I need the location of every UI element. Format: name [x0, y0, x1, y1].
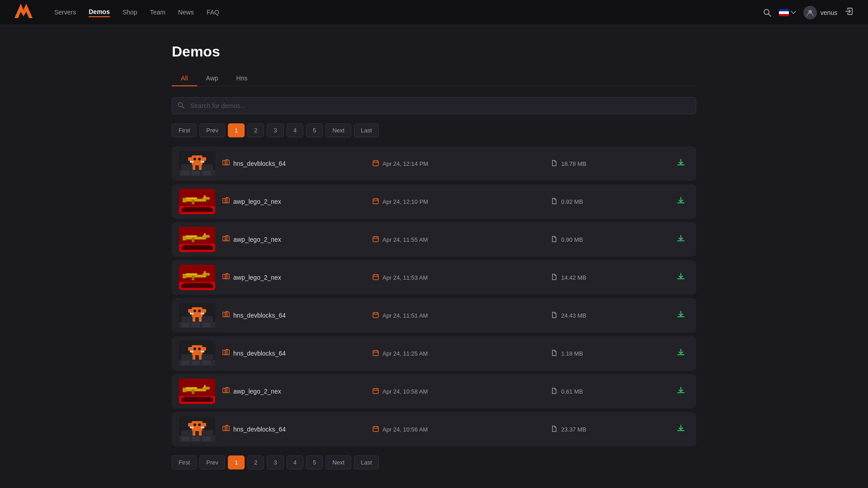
svg-rect-86 [190, 313, 193, 314]
svg-rect-32 [203, 197, 210, 200]
svg-point-110 [193, 347, 196, 350]
demo-date-text: Apr 24, 10:56 AM [382, 426, 428, 433]
svg-point-111 [198, 347, 201, 350]
map-icon [222, 197, 230, 206]
tab-hns[interactable]: Hns [227, 71, 257, 86]
svg-rect-132 [181, 398, 213, 402]
download-button[interactable] [673, 156, 689, 171]
demo-item[interactable]: awp_lego_2_nex Apr 24, 11:55 AM [172, 222, 696, 257]
page-btn-last[interactable]: Last [354, 455, 379, 469]
svg-rect-68 [192, 276, 194, 280]
page-btn-next[interactable]: Next [326, 123, 351, 137]
svg-rect-128 [204, 385, 206, 389]
svg-rect-67 [204, 271, 206, 275]
svg-rect-108 [190, 351, 193, 352]
download-button[interactable] [673, 422, 689, 437]
demo-size: 18.78 MB [551, 160, 665, 168]
page-btn-prev[interactable]: Prev [199, 455, 225, 469]
demo-thumbnail [179, 189, 215, 214]
demo-date: Apr 24, 12:10 PM [373, 198, 544, 206]
page-btn-prev[interactable]: Prev [199, 123, 225, 137]
page-btn-1[interactable]: 1 [228, 455, 245, 469]
svg-point-88 [193, 310, 196, 312]
page-btn-3[interactable]: 3 [267, 455, 283, 469]
svg-rect-107 [199, 355, 202, 360]
map-icon [222, 311, 230, 320]
svg-rect-131 [184, 397, 211, 398]
tab-awp[interactable]: Awp [197, 71, 227, 86]
demo-item[interactable]: awp_lego_2_nex Apr 24, 11:53 AM [172, 260, 696, 295]
nav-faq[interactable]: FAQ [207, 9, 219, 17]
svg-marker-96 [227, 311, 229, 317]
nav-links: Servers Demos Shop Team News FAQ [54, 8, 748, 17]
svg-rect-75 [373, 275, 378, 280]
page-btn-2[interactable]: 2 [247, 123, 264, 137]
demo-date: Apr 24, 10:56 AM [373, 426, 544, 433]
svg-rect-158 [373, 427, 378, 432]
demo-date-text: Apr 24, 10:58 AM [382, 388, 428, 395]
nav-news[interactable]: News [178, 9, 194, 17]
page-btn-first[interactable]: First [172, 123, 197, 137]
page-btn-last[interactable]: Last [354, 123, 379, 137]
demo-size-text: 18.78 MB [561, 160, 586, 167]
nav-team[interactable]: Team [150, 9, 165, 17]
page-btn-1[interactable]: 1 [228, 123, 245, 137]
page-btn-2[interactable]: 2 [247, 455, 264, 469]
demo-date-text: Apr 24, 11:25 AM [382, 350, 428, 357]
demo-size: 1.18 MB [551, 350, 665, 357]
search-icon [177, 102, 184, 110]
calendar-icon [373, 274, 379, 282]
svg-rect-115 [203, 361, 211, 365]
demo-item[interactable]: hns_devblocks_64 Apr 24, 11:51 AM [172, 298, 696, 333]
file-icon [551, 236, 557, 244]
demo-map-name: hns_devblocks_64 [233, 312, 286, 319]
svg-rect-133 [223, 388, 225, 393]
svg-rect-145 [193, 431, 195, 436]
demo-item[interactable]: hns_devblocks_64 Apr 24, 12:14 PM [172, 146, 696, 181]
download-button[interactable] [673, 346, 689, 361]
download-button[interactable] [673, 270, 689, 285]
calendar-icon [373, 350, 379, 357]
page-btn-next[interactable]: Next [326, 455, 351, 469]
logout-icon[interactable] [844, 7, 854, 18]
language-selector[interactable] [779, 9, 796, 16]
brand-logo[interactable] [14, 4, 33, 21]
demo-item[interactable]: awp_lego_2_nex Apr 24, 12:10 PM [172, 184, 696, 219]
svg-rect-93 [203, 323, 211, 327]
svg-rect-105 [202, 347, 206, 351]
nav-demos[interactable]: Demos [89, 8, 110, 17]
page-btn-3[interactable]: 3 [267, 123, 283, 137]
page-btn-5[interactable]: 5 [306, 455, 323, 469]
nav-servers[interactable]: Servers [54, 9, 76, 17]
navbar: Servers Demos Shop Team News FAQ [0, 0, 868, 25]
demo-item[interactable]: hns_devblocks_64 Apr 24, 10:56 AM [172, 412, 696, 446]
download-button[interactable] [673, 308, 689, 323]
nav-shop[interactable]: Shop [123, 9, 137, 17]
svg-point-89 [198, 310, 201, 312]
page-btn-4[interactable]: 4 [287, 455, 303, 469]
svg-rect-51 [192, 238, 194, 242]
tab-all[interactable]: All [172, 71, 197, 86]
search-input[interactable] [172, 97, 696, 114]
demo-map-name: awp_lego_2_nex [233, 198, 281, 205]
demo-name: hns_devblocks_64 [222, 425, 365, 434]
demo-item[interactable]: awp_lego_2_nex Apr 24, 10:58 AM [172, 374, 696, 408]
demo-date-text: Apr 24, 11:55 AM [382, 236, 428, 243]
user-area[interactable]: venus [803, 6, 837, 19]
svg-rect-18 [181, 171, 189, 175]
svg-rect-136 [373, 389, 378, 394]
username: venus [821, 9, 837, 16]
demo-size-text: 0.92 MB [561, 198, 583, 205]
demo-map-name: hns_devblocks_64 [233, 160, 286, 167]
download-button[interactable] [673, 194, 689, 209]
download-button[interactable] [673, 232, 689, 247]
page-btn-first[interactable]: First [172, 455, 197, 469]
svg-rect-8 [192, 155, 203, 165]
demo-item[interactable]: hns_devblocks_64 Apr 24, 11:25 AM [172, 336, 696, 371]
navbar-search-icon[interactable] [763, 8, 772, 17]
page-btn-5[interactable]: 5 [306, 123, 323, 137]
svg-rect-53 [184, 245, 211, 246]
download-button[interactable] [673, 384, 689, 399]
avatar [803, 6, 817, 19]
page-btn-4[interactable]: 4 [287, 123, 303, 137]
